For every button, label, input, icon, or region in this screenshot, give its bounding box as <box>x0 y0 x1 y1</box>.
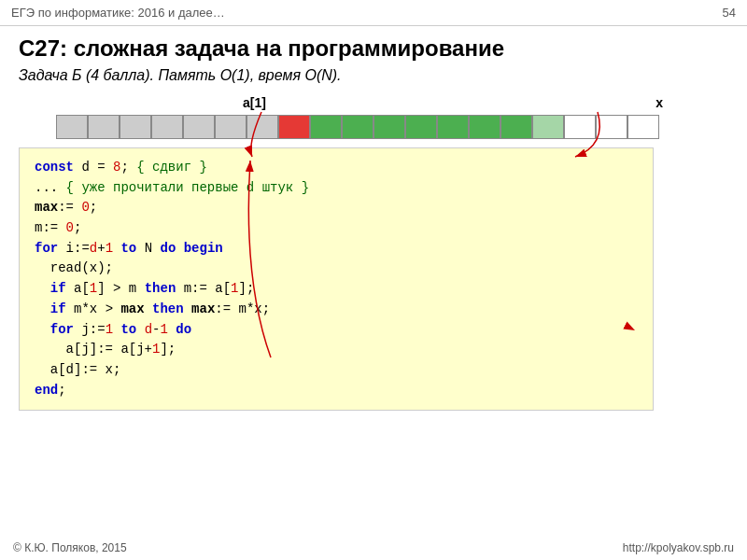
subtitle-o1: O(1) <box>220 67 250 83</box>
code-line-5: for i:=d+1 to N do begin <box>35 239 638 259</box>
cell-19-white <box>627 115 659 139</box>
cell-12-green <box>405 115 437 139</box>
cell-14-green <box>469 115 500 139</box>
cell-7 <box>247 115 278 139</box>
code-line-6: read(x); <box>35 259 638 279</box>
cell-2 <box>88 115 120 139</box>
subtitle-on: O(N) <box>304 67 337 83</box>
cell-18-white <box>596 115 627 139</box>
subtitle: Задача Б (4 балла). Память O(1), время O… <box>19 67 728 84</box>
slide-number: 54 <box>723 6 736 20</box>
code-line-9: for j:=1 to d-1 do <box>35 320 638 341</box>
code-block: const d = 8; { сдвиг } ... { уже прочита… <box>19 147 654 411</box>
code-line-2: ... { уже прочитали первые d штук } <box>35 178 638 199</box>
footer-right: http://kpolyakov.spb.ru <box>623 541 734 554</box>
cell-16-lightgreen <box>532 115 564 139</box>
code-line-3: max:= 0; <box>35 198 638 218</box>
code-line-8: if m*x > max then max:= m*x; <box>35 300 638 320</box>
cell-3 <box>120 115 151 139</box>
slide-title: С27: сложная задача на программирование <box>19 35 728 62</box>
cell-17-white <box>564 115 596 139</box>
code-line-10: a[j]:= a[j+1]; <box>35 340 638 360</box>
cell-5 <box>183 115 215 139</box>
code-line-4: m:= 0; <box>35 218 638 239</box>
cell-1 <box>56 115 88 139</box>
array-labels: a[1] x <box>56 95 691 114</box>
cell-4 <box>151 115 183 139</box>
cell-6 <box>215 115 247 139</box>
code-line-12: end; <box>35 381 638 401</box>
main-content: С27: сложная задача на программирование … <box>0 26 747 420</box>
label-a1: a[1] <box>243 95 266 110</box>
label-x: x <box>655 95 663 110</box>
array-section: a[1] x <box>56 95 691 140</box>
cell-13-green <box>437 115 469 139</box>
footer: © К.Ю. Поляков, 2015 http://kpolyakov.sp… <box>0 541 747 554</box>
code-line-1: const d = 8; { сдвиг } <box>35 158 638 178</box>
array-row <box>56 114 691 140</box>
header-bar: ЕГЭ по информатике: 2016 и далее… 54 <box>0 0 747 26</box>
header-title: ЕГЭ по информатике: 2016 и далее… <box>11 6 225 20</box>
code-line-11: a[d]:= x; <box>35 360 638 381</box>
subtitle-middle: , время <box>250 67 305 83</box>
cell-9-green <box>310 115 342 139</box>
cell-8-red <box>278 115 310 139</box>
cell-11-green <box>374 115 405 139</box>
subtitle-suffix: . <box>337 67 341 83</box>
code-line-7: if a[1] > m then m:= a[1]; <box>35 279 638 300</box>
subtitle-prefix: Задача Б (4 балла). Память <box>19 67 220 83</box>
cell-10-green <box>342 115 374 139</box>
cell-15-green <box>500 115 532 139</box>
footer-left: © К.Ю. Поляков, 2015 <box>13 541 127 554</box>
